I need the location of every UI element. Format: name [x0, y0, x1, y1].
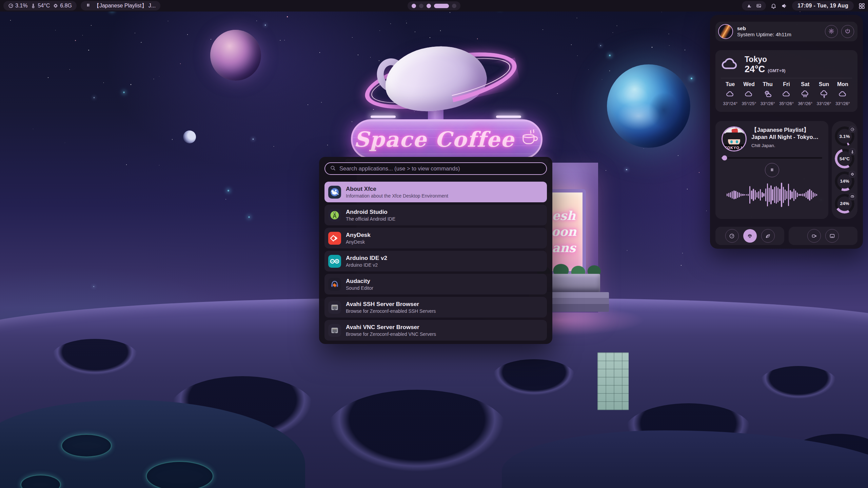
- window-neon-text: ans: [552, 241, 576, 255]
- progress-bar[interactable]: [722, 157, 822, 159]
- visualizer-bar: [774, 187, 775, 203]
- app-row[interactable]: AudacitySound Editor: [324, 274, 547, 294]
- user-avatar: [718, 24, 733, 39]
- app-row[interactable]: Avahi SSH Server BrowserBrowse for Zeroc…: [324, 297, 547, 318]
- forecast-temps: 33°/26°: [814, 101, 833, 106]
- visualizer-bar: [746, 194, 747, 196]
- android-studio-icon: [328, 209, 341, 222]
- visualizer-bar: [756, 192, 757, 197]
- neon-sign: Space Coffee: [351, 119, 542, 159]
- workspace-dot[interactable]: [434, 4, 449, 8]
- visualizer-bar: [797, 192, 798, 197]
- app-title: Audacity: [346, 278, 373, 285]
- visualizer-bar: [744, 194, 745, 196]
- app-row[interactable]: Arduino IDE v2Arduino IDE v2: [324, 251, 547, 271]
- app-row[interactable]: About XfceInformation about the Xfce Des…: [324, 182, 547, 202]
- visualizer-bar: [776, 186, 777, 204]
- power-profile-button[interactable]: [743, 229, 757, 243]
- forecast-day: Sun33°/26°: [814, 81, 833, 106]
- app-title: Avahi VNC Server Browser: [346, 324, 436, 331]
- xfce-icon: [328, 186, 341, 199]
- settings-button[interactable]: [825, 25, 838, 38]
- visualizer-bar: [760, 189, 761, 201]
- forecast-day: Thu33°/26°: [758, 81, 777, 106]
- forecast-day-label: Sat: [796, 81, 814, 87]
- control-panel: seb System Uptime: 4h11m Tokyo 24°C (GMT…: [710, 15, 863, 249]
- forecast-day: Tue33°/24°: [721, 81, 739, 106]
- bell-icon[interactable]: [770, 3, 777, 9]
- forecast-day-label: Wed: [739, 81, 758, 87]
- app-title: Avahi SSH Server Browser: [346, 301, 436, 308]
- speedometer-icon: [849, 126, 856, 133]
- visualizer-bar: [795, 190, 796, 200]
- system-gauge: 54°C: [835, 149, 854, 168]
- storm-icon: [814, 90, 833, 99]
- stat-item: 3.1%: [8, 3, 27, 9]
- audacity-icon: [328, 278, 341, 291]
- forecast-day-label: Thu: [758, 81, 777, 87]
- visualizer-bar: [762, 192, 763, 198]
- system-gauge: 14%: [835, 171, 854, 191]
- visualizer-bar: [807, 190, 808, 200]
- search-input[interactable]: [339, 165, 541, 172]
- cloud-icon: [721, 90, 739, 99]
- window-neon-text: oon: [551, 225, 576, 239]
- app-description: Sound Editor: [346, 285, 373, 291]
- dashboard-grid-icon[interactable]: [858, 2, 865, 9]
- app-description: Browse for Zeroconf-enabled VNC Servers: [346, 331, 436, 337]
- visualizer-bar: [767, 183, 768, 206]
- visualizer-bar: [733, 190, 734, 200]
- forecast-day-label: Tue: [721, 81, 739, 87]
- visualizer-bar: [814, 193, 815, 197]
- app-row[interactable]: Android StudioThe official Android IDE: [324, 205, 547, 225]
- visualizer-bar: [788, 184, 789, 206]
- pause-button[interactable]: [765, 163, 779, 177]
- clock[interactable]: 17:09 - Tue, 19 Aug: [792, 1, 854, 11]
- tiled-wall: [597, 352, 629, 410]
- weather-timezone: (GMT+9): [768, 68, 785, 73]
- app-description: The official Android IDE: [346, 216, 395, 222]
- workspace-dot[interactable]: [427, 4, 431, 8]
- glowing-crater: [146, 461, 214, 488]
- workspace-indicator[interactable]: [408, 1, 460, 10]
- visualizer-bar: [798, 194, 800, 196]
- now-playing-pill[interactable]: 【Japanese Playlist】 J...: [81, 1, 160, 11]
- visualizer-bar: [809, 189, 810, 201]
- anydesk-icon: [328, 232, 341, 245]
- glowing-crater: [61, 434, 112, 458]
- progress-thumb[interactable]: [722, 156, 727, 161]
- cloud-icon: [833, 90, 852, 99]
- taskbar: 3.1%54°C6.8G 【Japanese Playlist】 J... 17…: [0, 0, 868, 12]
- workspace-dot[interactable]: [452, 4, 456, 8]
- workspace-dot[interactable]: [412, 4, 416, 8]
- app-row[interactable]: Avahi VNC Server BrowserBrowse for Zeroc…: [324, 320, 547, 341]
- capture-button[interactable]: [807, 229, 821, 243]
- user-card: seb System Uptime: 4h11m: [715, 22, 857, 41]
- chip-icon: [849, 171, 856, 178]
- app-row[interactable]: AnyDeskAnyDesk: [324, 228, 547, 248]
- sign-text: Space Coffee: [354, 127, 514, 152]
- visualizer-bar: [749, 186, 750, 204]
- app-launcher: About XfceInformation about the Xfce Des…: [319, 157, 552, 344]
- system-stats-pill[interactable]: 3.1%54°C6.8G: [3, 1, 77, 11]
- power-button[interactable]: [841, 25, 854, 38]
- forecast-temps: 33°/26°: [758, 101, 777, 106]
- volume-icon[interactable]: [781, 3, 788, 9]
- visualizer-bar: [748, 194, 749, 196]
- visualizer-bar: [790, 190, 791, 200]
- visualizer-bar: [793, 189, 794, 201]
- disk-icon: [849, 193, 856, 200]
- search-box[interactable]: [324, 162, 547, 175]
- image-icon[interactable]: [756, 3, 762, 8]
- power-profile-button[interactable]: [761, 229, 775, 243]
- visualizer-bar: [741, 194, 742, 196]
- cloud-icon: [739, 90, 758, 99]
- system-gauge: 24%: [835, 194, 854, 214]
- workspace-dot[interactable]: [419, 4, 423, 8]
- power-profile-button[interactable]: [725, 229, 739, 243]
- tray-pill[interactable]: [742, 1, 766, 11]
- capture-button[interactable]: [825, 229, 839, 243]
- cat-icon[interactable]: [746, 3, 752, 8]
- forecast-day-label: Mon: [833, 81, 852, 87]
- visualizer-bar: [755, 190, 756, 200]
